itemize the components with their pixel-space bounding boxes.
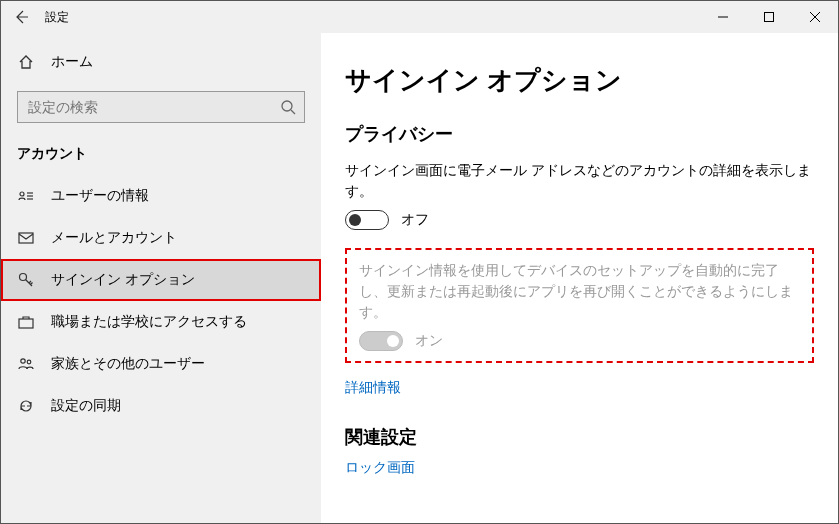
svg-rect-12 xyxy=(19,319,33,328)
sidebar-item-label: 家族とその他のユーザー xyxy=(51,355,205,373)
titlebar: 設定 xyxy=(1,1,838,33)
maximize-icon xyxy=(764,12,774,22)
svg-rect-1 xyxy=(765,13,774,22)
setting-auto-finish-state: オン xyxy=(415,332,443,350)
search-input[interactable] xyxy=(26,98,280,116)
sidebar-item-family-users[interactable]: 家族とその他のユーザー xyxy=(1,343,321,385)
setting-show-email-toggle[interactable] xyxy=(345,210,389,230)
svg-rect-10 xyxy=(19,233,33,243)
minimize-button[interactable] xyxy=(700,1,746,33)
close-button[interactable] xyxy=(792,1,838,33)
sidebar-item-label: サインイン オプション xyxy=(51,271,195,289)
svg-point-14 xyxy=(27,360,31,364)
setting-show-email-row: オフ xyxy=(345,210,814,230)
sidebar-item-sync-settings[interactable]: 設定の同期 xyxy=(1,385,321,427)
svg-point-11 xyxy=(20,274,27,281)
window-title: 設定 xyxy=(41,9,69,26)
window-controls xyxy=(700,1,838,33)
search-icon xyxy=(280,99,296,115)
arrow-left-icon xyxy=(13,9,29,25)
sidebar-category: アカウント xyxy=(1,137,321,175)
mail-icon xyxy=(17,229,35,247)
sidebar-item-label: ユーザーの情報 xyxy=(51,187,149,205)
svg-point-4 xyxy=(282,101,292,111)
setting-auto-finish-section: サインイン情報を使用してデバイスのセットアップを自動的に完了し、更新または再起動… xyxy=(345,248,814,363)
sidebar-item-signin-options[interactable]: サインイン オプション xyxy=(1,259,321,301)
sidebar-item-label: 職場または学校にアクセスする xyxy=(51,313,247,331)
sidebar-home[interactable]: ホーム xyxy=(1,43,321,81)
sync-icon xyxy=(17,397,35,415)
sidebar: ホーム アカウント xyxy=(1,33,321,523)
related-settings: 関連設定 ロック画面 xyxy=(345,425,814,477)
privacy-heading: プライバシー xyxy=(345,122,814,146)
sidebar-item-your-info[interactable]: ユーザーの情報 xyxy=(1,175,321,217)
window-body: ホーム アカウント xyxy=(1,33,838,523)
toggle-knob xyxy=(387,335,399,347)
svg-line-5 xyxy=(291,110,295,114)
sidebar-home-label: ホーム xyxy=(51,53,93,71)
person-card-icon xyxy=(17,187,35,205)
related-heading: 関連設定 xyxy=(345,425,814,449)
details-link[interactable]: 詳細情報 xyxy=(345,379,401,397)
svg-point-6 xyxy=(20,192,24,196)
minimize-icon xyxy=(718,12,728,22)
settings-window: 設定 xyxy=(0,0,839,524)
setting-show-email-state: オフ xyxy=(401,211,429,229)
close-icon xyxy=(810,12,820,22)
lock-screen-link[interactable]: ロック画面 xyxy=(345,459,415,477)
setting-auto-finish-row: オン xyxy=(359,331,800,351)
search-box[interactable] xyxy=(17,91,305,123)
sidebar-nav: ユーザーの情報 メールとアカウント xyxy=(1,175,321,427)
svg-point-13 xyxy=(21,359,25,363)
maximize-button[interactable] xyxy=(746,1,792,33)
setting-show-email-desc: サインイン画面に電子メール アドレスなどのアカウントの詳細を表示します。 xyxy=(345,160,814,202)
briefcase-icon xyxy=(17,313,35,331)
content-pane: サインイン オプション プライバシー サインイン画面に電子メール アドレスなどの… xyxy=(321,33,838,523)
people-icon xyxy=(17,355,35,373)
sidebar-item-email-accounts[interactable]: メールとアカウント xyxy=(1,217,321,259)
toggle-knob xyxy=(349,214,361,226)
setting-auto-finish-desc: サインイン情報を使用してデバイスのセットアップを自動的に完了し、更新または再起動… xyxy=(359,260,800,323)
setting-auto-finish-toggle xyxy=(359,331,403,351)
home-icon xyxy=(17,53,35,71)
page-title: サインイン オプション xyxy=(345,63,814,98)
sidebar-item-work-school[interactable]: 職場または学校にアクセスする xyxy=(1,301,321,343)
sidebar-item-label: 設定の同期 xyxy=(51,397,121,415)
sidebar-item-label: メールとアカウント xyxy=(51,229,177,247)
back-button[interactable] xyxy=(1,1,41,33)
key-icon xyxy=(17,271,35,289)
